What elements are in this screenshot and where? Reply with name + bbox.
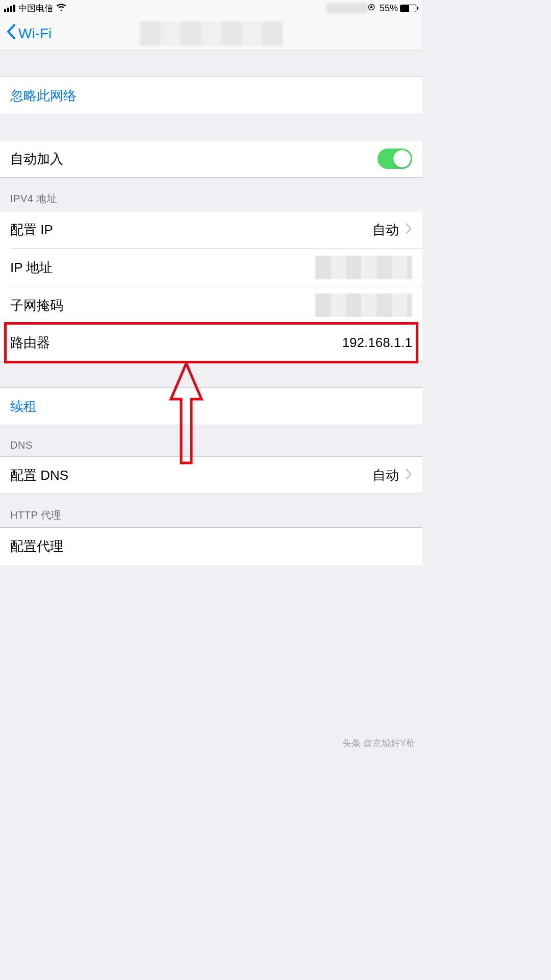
chevron-right-icon [405,222,412,238]
battery-percent: 55% [380,3,398,14]
ipv4-section-header: IPV4 地址 [0,178,422,211]
forget-network-button[interactable]: 忽略此网络 [0,77,422,114]
carrier-label: 中国电信 [18,3,53,14]
back-button[interactable]: Wi-Fi [5,23,52,44]
router-row: 路由器 192.168.1.1 [0,324,422,362]
auto-join-row: 自动加入 [0,140,422,178]
watermark: 头条 @京城好Y枪 [342,737,415,749]
wifi-icon [56,2,66,15]
renew-lease-button[interactable]: 续租 [0,387,422,425]
configure-ip-value: 自动 [372,221,399,239]
back-label: Wi-Fi [18,26,52,42]
router-label: 路由器 [10,334,342,352]
configure-proxy-row[interactable]: 配置代理 [0,527,422,565]
configure-ip-row[interactable]: 配置 IP 自动 [0,211,422,249]
subnet-mask-label: 子网掩码 [10,297,315,314]
configure-dns-value: 自动 [372,467,399,484]
subnet-mask-row: 子网掩码 [0,286,422,324]
signal-strength-icon [4,5,15,12]
battery-icon [400,5,418,12]
configure-ip-label: 配置 IP [10,221,372,239]
forget-network-label: 忽略此网络 [10,87,412,105]
page-title-redacted [140,21,283,46]
ip-address-label: IP 地址 [10,259,315,277]
auto-join-toggle[interactable] [378,149,412,169]
ip-address-row: IP 地址 [0,249,422,286]
subnet-mask-redacted [315,293,412,317]
http-proxy-section-header: HTTP 代理 [0,494,422,527]
navigation-bar: Wi-Fi [0,16,422,51]
configure-dns-row[interactable]: 配置 DNS 自动 [0,456,422,494]
status-bar: 中国电信 55% [0,0,422,16]
router-value: 192.168.1.1 [342,335,412,351]
chevron-left-icon [5,23,17,44]
orientation-lock-icon [367,3,375,14]
dns-section-header: DNS [0,425,422,456]
ip-address-redacted [315,256,412,279]
chevron-right-icon [405,468,412,483]
configure-dns-label: 配置 DNS [10,467,372,484]
configure-proxy-label: 配置代理 [10,537,412,555]
time-redacted [327,3,367,13]
renew-lease-label: 续租 [10,398,412,415]
auto-join-label: 自动加入 [10,150,378,168]
